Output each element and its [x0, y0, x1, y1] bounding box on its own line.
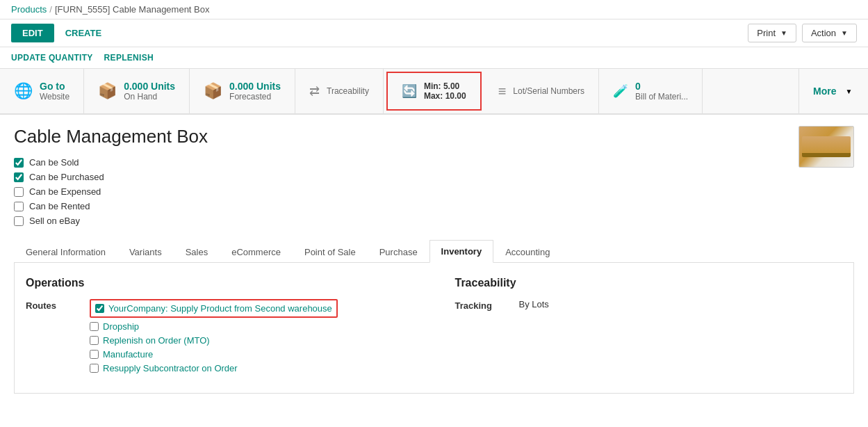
- product-image: [799, 126, 854, 168]
- min-value: 5.00: [443, 81, 459, 91]
- can-be-purchased-field[interactable]: Can be Purchased: [14, 172, 208, 182]
- tab-accounting[interactable]: Accounting: [493, 240, 562, 263]
- lot-serial-label: Lot/Serial Numbers: [513, 86, 584, 96]
- edit-button[interactable]: EDIT: [11, 24, 54, 42]
- reorder-icon: 🔄: [402, 83, 417, 99]
- smart-btn-on-hand[interactable]: 📦 0.000 Units On Hand: [84, 69, 190, 113]
- tab-purchase[interactable]: Purchase: [368, 240, 429, 263]
- go-to-website-line1: Go to: [40, 81, 69, 92]
- replenish-button[interactable]: REPLENISH: [104, 50, 154, 65]
- sell-on-ebay-checkbox[interactable]: [14, 216, 24, 226]
- smart-btn-more[interactable]: More ▼: [799, 69, 868, 113]
- action-dropdown-arrow: ▼: [841, 29, 848, 37]
- tab-inventory[interactable]: Inventory: [429, 240, 494, 263]
- breadcrumb-separator: /: [49, 4, 52, 15]
- reorder-min: Min: 5.00: [424, 81, 466, 91]
- route-supply-second-checkbox[interactable]: [95, 304, 104, 313]
- route-mto-checkbox[interactable]: [90, 336, 99, 345]
- forecasted-value: 0.000 Units: [229, 81, 281, 92]
- traceability-icon: ⇄: [309, 83, 320, 99]
- route-dropship[interactable]: Dropship: [90, 321, 338, 332]
- smart-btn-forecasted[interactable]: 📦 0.000 Units Forecasted: [190, 69, 295, 113]
- can-be-expensed-checkbox[interactable]: [14, 187, 24, 197]
- go-to-website-line2: Website: [40, 92, 69, 102]
- tab-general-information[interactable]: General Information: [14, 240, 117, 263]
- tracking-label: Tracking: [455, 299, 511, 311]
- product-header: Cable Management Box Can be Sold Can be …: [14, 126, 854, 240]
- route-supply-second[interactable]: YourCompany: Supply Product from Second …: [90, 299, 338, 318]
- route-mto-label: Replenish on Order (MTO): [103, 335, 210, 346]
- route-resupply-sub[interactable]: Resupply Subcontractor on Order: [90, 363, 338, 373]
- can-be-rented-checkbox[interactable]: [14, 202, 24, 211]
- can-be-sold-field[interactable]: Can be Sold: [14, 157, 208, 168]
- on-hand-icon: 📦: [98, 82, 117, 100]
- print-dropdown-arrow: ▼: [780, 29, 787, 37]
- tabs-bar: General Information Variants Sales eComm…: [14, 240, 854, 263]
- smart-btn-bom[interactable]: 🧪 0 Bill of Materi...: [599, 69, 703, 113]
- route-mto[interactable]: Replenish on Order (MTO): [90, 335, 338, 346]
- traceability-column: Traceability Tracking By Lots: [455, 277, 843, 379]
- can-be-sold-label: Can be Sold: [29, 157, 79, 168]
- route-dropship-label: Dropship: [103, 321, 139, 332]
- smart-btn-website[interactable]: 🌐 Go to Website: [0, 69, 84, 113]
- smart-btn-lot-serial[interactable]: ≡ Lot/Serial Numbers: [484, 69, 599, 113]
- smart-buttons-bar: 🌐 Go to Website 📦 0.000 Units On Hand 📦 …: [0, 69, 868, 115]
- tab-variants[interactable]: Variants: [117, 240, 174, 263]
- lot-serial-icon: ≡: [498, 83, 507, 99]
- can-be-purchased-label: Can be Purchased: [29, 172, 104, 182]
- route-manufacture-checkbox[interactable]: [90, 350, 99, 359]
- create-button[interactable]: CREATE: [60, 24, 107, 42]
- bom-icon: 🧪: [613, 83, 628, 99]
- forecasted-icon: 📦: [204, 82, 222, 100]
- sell-on-ebay-field[interactable]: Sell on eBay: [14, 216, 208, 226]
- can-be-expensed-label: Can be Expensed: [29, 186, 101, 197]
- product-flags: Can be Sold Can be Purchased Can be Expe…: [14, 157, 208, 226]
- action-label: Action: [811, 28, 836, 38]
- main-content: Cable Management Box Can be Sold Can be …: [0, 115, 868, 405]
- tracking-value: By Lots: [519, 299, 549, 309]
- smart-btn-reorder[interactable]: 🔄 Min: 5.00 Max: 10.00: [386, 72, 482, 111]
- bom-value: 0: [635, 81, 688, 92]
- product-info-left: Cable Management Box Can be Sold Can be …: [14, 126, 208, 240]
- print-button[interactable]: Print ▼: [748, 24, 796, 42]
- breadcrumb: Products / [FURN_5555] Cable Management …: [0, 0, 868, 19]
- traceability-label: Traceability: [327, 86, 369, 96]
- operations-section-title: Operations: [26, 277, 413, 289]
- update-quantity-button[interactable]: UPDATE QUANTITY: [11, 50, 93, 65]
- tab-point-of-sale[interactable]: Point of Sale: [293, 240, 368, 263]
- bom-label: Bill of Materi...: [635, 92, 688, 102]
- can-be-expensed-field[interactable]: Can be Expensed: [14, 186, 208, 197]
- routes-label: Routes: [26, 299, 81, 311]
- can-be-rented-label: Can be Rented: [29, 201, 90, 211]
- operations-column: Operations Routes YourCompany: Supply Pr…: [26, 277, 413, 379]
- more-dropdown-arrow: ▼: [845, 88, 852, 95]
- routes-field-row: Routes YourCompany: Supply Product from …: [26, 299, 413, 373]
- can-be-sold-checkbox[interactable]: [14, 158, 24, 168]
- reorder-max: Max: 10.00: [424, 91, 466, 101]
- route-supply-second-label: YourCompany: Supply Product from Second …: [108, 303, 332, 314]
- breadcrumb-current: [FURN_5555] Cable Management Box: [55, 4, 210, 15]
- tab-ecommerce[interactable]: eCommerce: [220, 240, 293, 263]
- tab-content-inventory: Operations Routes YourCompany: Supply Pr…: [14, 263, 854, 394]
- product-title: Cable Management Box: [14, 126, 208, 147]
- route-manufacture-label: Manufacture: [103, 349, 153, 360]
- smart-btn-traceability[interactable]: ⇄ Traceability: [295, 69, 384, 113]
- route-resupply-sub-checkbox[interactable]: [90, 364, 99, 373]
- tracking-field-row: Tracking By Lots: [455, 299, 843, 311]
- can-be-purchased-checkbox[interactable]: [14, 172, 24, 182]
- tab-sales[interactable]: Sales: [174, 240, 220, 263]
- max-value: 10.00: [445, 91, 466, 101]
- min-label: Min:: [424, 81, 441, 91]
- print-label: Print: [757, 28, 776, 38]
- forecasted-label: Forecasted: [229, 92, 281, 102]
- more-label: More: [813, 86, 836, 97]
- route-dropship-checkbox[interactable]: [90, 322, 99, 331]
- can-be-rented-field[interactable]: Can be Rented: [14, 201, 208, 211]
- on-hand-label: On Hand: [124, 92, 175, 102]
- route-resupply-sub-label: Resupply Subcontractor on Order: [103, 363, 238, 373]
- action-bar: EDIT CREATE Print ▼ Action ▼: [0, 19, 868, 47]
- route-manufacture[interactable]: Manufacture: [90, 349, 338, 360]
- action-button[interactable]: Action ▼: [802, 24, 857, 42]
- product-image-shape: [802, 136, 851, 157]
- breadcrumb-parent[interactable]: Products: [11, 4, 47, 15]
